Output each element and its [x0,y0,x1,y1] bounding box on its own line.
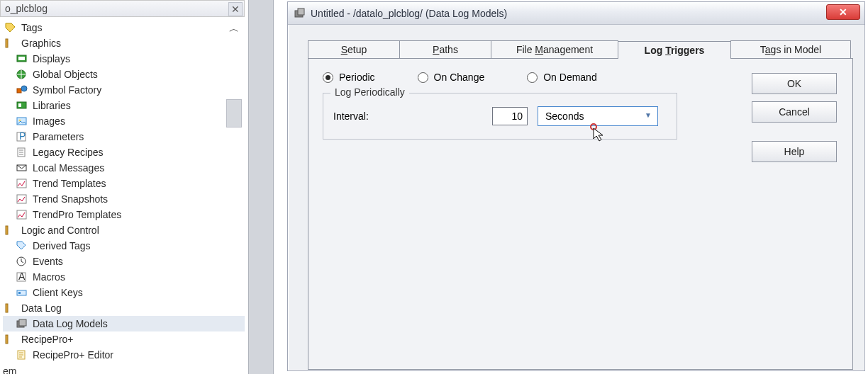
svg-rect-25 [19,319,26,326]
msg-icon [16,162,28,174]
project-tree-pane: o_plcblog ✕ ︿ TagsGraphicsDisplaysGlobal… [0,0,245,374]
tree-item-label: Graphics [21,38,61,49]
svg-rect-15 [17,195,26,203]
radio-periodic-label: Periodic [339,72,375,83]
dialog-button-column: OK Cancel Help [752,73,837,162]
project-tree: TagsGraphicsDisplaysGlobal ObjectsSymbol… [0,17,245,366]
tree-item[interactable]: Derived Tags [3,238,245,254]
folder-icon [4,38,17,49]
macro-icon: A [16,271,28,283]
svg-rect-7 [18,103,21,107]
tree-item[interactable]: AMacros [3,269,245,285]
radio-on-change[interactable]: On Change [418,72,485,83]
tree-item[interactable]: Global Objects [3,67,245,82]
tree-item[interactable]: Logic and Control [3,222,245,238]
log-icon [16,318,28,329]
close-icon: ✕ [839,6,847,18]
tree-item-label: Trend Snapshots [33,193,108,205]
radio-circle-icon [418,72,428,83]
tree-item[interactable]: Client Keys [3,285,245,300]
svg-rect-0 [6,39,8,47]
globe-icon [16,69,28,80]
dialog-title-text: Untitled - /datalo_plcblog/ (Data Log Mo… [311,8,860,19]
tree-item[interactable]: Graphics [3,35,245,51]
tree-item-label: Symbol Factory [33,84,101,96]
radio-on-demand-label: On Demand [543,72,596,83]
tree-item-label: Client Keys [33,287,83,298]
lib-icon [16,100,28,111]
radio-on-demand[interactable]: On Demand [527,72,596,83]
svg-rect-2 [18,57,25,60]
svg-rect-16 [17,210,26,219]
tab-paths[interactable]: Paths [399,40,491,58]
radio-on-change-label: On Change [434,72,485,83]
dialog-close-button[interactable]: ✕ [826,4,860,20]
tab-log-triggers[interactable]: Log Triggers [618,41,731,59]
tree-item[interactable]: RecipePro+ Editor [3,347,245,363]
svg-rect-14 [17,179,26,188]
tree-item-label: Parameters [33,131,84,142]
chevron-down-icon: ▼ [645,111,652,119]
image-icon [16,115,28,127]
tree-item[interactable]: TrendPro Templates [3,207,245,222]
tree-item-label: Derived Tags [33,240,90,251]
key-icon [16,287,28,298]
tree-item-label: Logic and Control [21,225,99,236]
datalog-models-dialog: Untitled - /datalo_plcblog/ (Data Log Mo… [287,1,865,371]
dtag-icon [16,240,28,251]
cancel-button[interactable]: Cancel [752,101,837,123]
svg-rect-6 [17,102,26,108]
trend-icon [16,209,28,220]
tree-item-label: RecipePro+ [21,334,74,345]
param-icon: P [16,131,28,142]
dialog-icon [294,7,306,20]
tree-item-label: Macros [33,271,65,283]
tree-pane-titlebar: o_plcblog ✕ [0,0,245,17]
panel-divider[interactable] [248,0,274,374]
svg-rect-26 [6,335,8,344]
tree-item[interactable]: Legacy Recipes [3,144,245,160]
tree-item[interactable]: Data Log Models [3,316,245,332]
tree-item[interactable]: RecipePro+ [3,332,245,347]
tag-icon [4,22,17,33]
tree-item[interactable]: Tags [3,20,245,35]
folder-icon [4,302,17,314]
svg-text:A: A [18,272,26,282]
tree-item-label: Events [33,256,63,267]
tree-item-label: Libraries [33,100,71,111]
tree-item[interactable]: Symbol Factory [3,82,245,98]
tree-item[interactable]: Trend Templates [3,176,245,191]
ok-button[interactable]: OK [752,73,837,94]
radio-dot-icon [323,72,333,83]
recipe-icon [16,147,28,158]
tree-item[interactable]: Data Log [3,300,245,316]
tab-page-log-triggers: Periodic On Change On Demand Log Periodi… [308,58,853,370]
tree-item[interactable]: Libraries [3,98,245,113]
interval-unit-select[interactable]: Seconds ▼ [538,106,658,126]
tree-item-label: Legacy Recipes [33,147,104,158]
tree-item-label: Displays [33,53,70,64]
tree-item-label: Data Log Models [33,318,108,329]
dialog-titlebar[interactable]: Untitled - /datalo_plcblog/ (Data Log Mo… [288,2,864,25]
tree-item-label: Data Log [21,302,62,314]
svg-point-5 [21,86,27,91]
tree-item-label: TrendPro Templates [33,209,121,220]
tab-setup[interactable]: Setup [308,40,400,58]
tree-pane-title-text: o_plcblog [5,3,48,14]
tab-file-management[interactable]: File Management [491,40,618,58]
tree-pane-close-button[interactable]: ✕ [228,2,243,16]
help-button[interactable]: Help [752,141,837,162]
svg-rect-21 [17,290,26,295]
tree-item[interactable]: Events [3,254,245,269]
tree-item[interactable]: Images [3,113,245,129]
interval-input[interactable] [492,107,528,125]
tree-item[interactable]: Displays [3,51,245,67]
tree-item[interactable]: Local Messages [3,160,245,176]
tab-tags-in-model[interactable]: Tags in Model [730,40,851,58]
tree-item[interactable]: Trend Snapshots [3,191,245,207]
tree-item[interactable]: PParameters [3,129,245,144]
display-icon [16,53,28,64]
trend-icon [16,178,28,189]
radio-periodic[interactable]: Periodic [323,72,375,83]
svg-rect-4 [17,89,21,93]
